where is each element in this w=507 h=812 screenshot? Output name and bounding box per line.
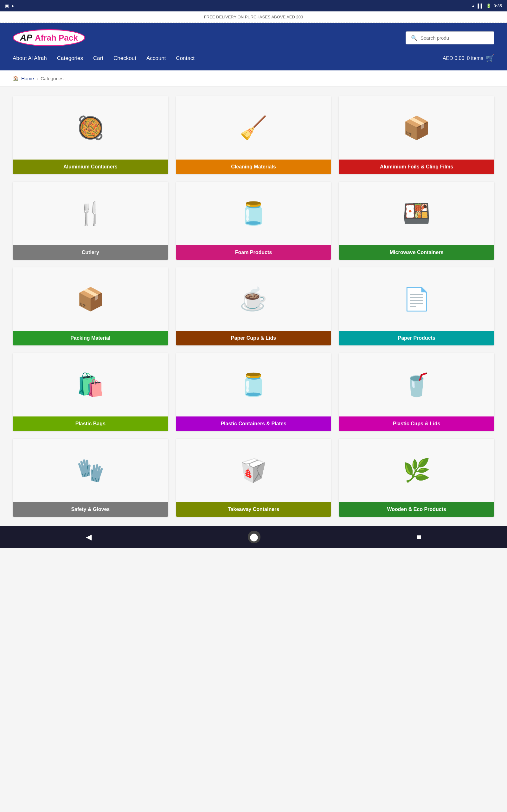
category-label-plastic-bags: Plastic Bags	[13, 416, 168, 431]
category-image-packing-material: 📦	[13, 267, 168, 331]
bottom-nav: ◀ ⬤ ■	[0, 526, 507, 548]
category-label-plastic-cups-lids: Plastic Cups & Lids	[339, 416, 494, 431]
home-button[interactable]: ⬤	[248, 531, 261, 543]
category-card-cutlery[interactable]: 🍴Cutlery	[13, 182, 168, 260]
category-label-plastic-containers: Plastic Containers & Plates	[176, 416, 331, 431]
category-image-cutlery: 🍴	[13, 182, 168, 245]
nav-about[interactable]: About Al Afrah	[13, 53, 47, 64]
category-card-aluminium-foils[interactable]: 📦Aluminium Foils & Cling Films	[339, 96, 494, 174]
status-bar-left: ▣ ●	[5, 3, 14, 8]
category-image-aluminium-containers: 🥘	[13, 96, 168, 159]
category-image-plastic-cups-lids: 🥤	[339, 353, 494, 416]
category-card-plastic-bags[interactable]: 🛍️Plastic Bags	[13, 353, 168, 431]
category-card-cleaning-materials[interactable]: 🧹Cleaning Materials	[176, 96, 331, 174]
category-label-microwave-containers: Microwave Containers	[339, 245, 494, 260]
search-bar[interactable]: 🔍	[406, 32, 494, 44]
signal-icon: ▌▌	[478, 3, 484, 8]
back-button[interactable]: ◀	[79, 531, 98, 543]
category-label-more1: Safety & Gloves	[13, 502, 168, 517]
category-image-aluminium-foils: 📦	[339, 96, 494, 159]
category-label-paper-cups-lids: Paper Cups & Lids	[176, 331, 331, 345]
category-image-foam-products: 🫙	[176, 182, 331, 245]
category-card-microwave-containers[interactable]: 🍱Microwave Containers	[339, 182, 494, 260]
nav-checkout[interactable]: Checkout	[113, 53, 136, 64]
logo[interactable]: AP Afrah Pack	[13, 29, 85, 46]
battery-icon: 🔋	[486, 3, 491, 8]
category-label-cleaning-materials: Cleaning Materials	[176, 159, 331, 174]
category-card-more3[interactable]: 🌿Wooden & Eco Products	[339, 439, 494, 517]
category-image-plastic-bags: 🛍️	[13, 353, 168, 416]
announcement-text: FREE DELIVERY ON PURCHASES ABOVE AED 200	[204, 14, 303, 19]
category-image-paper-products: 📄	[339, 267, 494, 331]
header: AP Afrah Pack 🔍	[0, 23, 507, 53]
notification-icon: ▣	[5, 3, 9, 8]
status-bar: ▣ ● ▲ ▌▌ 🔋 3:35	[0, 0, 507, 11]
cart-amount: AED 0.00	[443, 55, 464, 61]
category-label-foam-products: Foam Products	[176, 245, 331, 260]
main-content: 🥘Aluminium Containers🧹Cleaning Materials…	[0, 87, 507, 526]
category-label-more2: Takeaway Containers	[176, 502, 331, 517]
category-image-paper-cups-lids: ☕	[176, 267, 331, 331]
nav-categories[interactable]: Categories	[57, 53, 83, 64]
category-card-foam-products[interactable]: 🫙Foam Products	[176, 182, 331, 260]
time-display: 3:35	[494, 3, 502, 8]
category-image-more1: 🧤	[13, 439, 168, 502]
cart-items: 0 items	[467, 55, 483, 61]
wifi-icon: ▲	[471, 3, 475, 8]
category-label-aluminium-foils: Aluminium Foils & Cling Films	[339, 159, 494, 174]
home-icon: 🏠	[13, 75, 19, 81]
search-input[interactable]	[420, 35, 489, 41]
nav-links: About Al Afrah Categories Cart Checkout …	[13, 53, 194, 64]
category-image-plastic-containers: 🫙	[176, 353, 331, 416]
category-grid: 🥘Aluminium Containers🧹Cleaning Materials…	[13, 96, 494, 517]
search-icon: 🔍	[411, 35, 417, 41]
category-card-paper-products[interactable]: 📄Paper Products	[339, 267, 494, 345]
category-label-cutlery: Cutlery	[13, 245, 168, 260]
category-label-packing-material: Packing Material	[13, 331, 168, 345]
breadcrumb-home[interactable]: Home	[21, 76, 34, 81]
logo-icon: AP	[20, 33, 32, 43]
breadcrumb-separator: ›	[37, 76, 38, 81]
category-card-aluminium-containers[interactable]: 🥘Aluminium Containers	[13, 96, 168, 174]
nav: About Al Afrah Categories Cart Checkout …	[0, 53, 507, 70]
category-card-paper-cups-lids[interactable]: ☕Paper Cups & Lids	[176, 267, 331, 345]
category-image-microwave-containers: 🍱	[339, 182, 494, 245]
category-card-plastic-cups-lids[interactable]: 🥤Plastic Cups & Lids	[339, 353, 494, 431]
category-image-more3: 🌿	[339, 439, 494, 502]
nav-cart[interactable]: Cart	[93, 53, 103, 64]
category-label-more3: Wooden & Eco Products	[339, 502, 494, 517]
category-card-plastic-containers[interactable]: 🫙Plastic Containers & Plates	[176, 353, 331, 431]
status-bar-right: ▲ ▌▌ 🔋 3:35	[471, 3, 502, 8]
logo-name: Afrah Pack	[35, 33, 78, 43]
category-label-aluminium-containers: Aluminium Containers	[13, 159, 168, 174]
nav-account[interactable]: Account	[147, 53, 166, 64]
recents-button[interactable]: ■	[410, 531, 428, 543]
category-card-packing-material[interactable]: 📦Packing Material	[13, 267, 168, 345]
category-image-cleaning-materials: 🧹	[176, 96, 331, 159]
category-label-paper-products: Paper Products	[339, 331, 494, 345]
circle-icon: ●	[11, 3, 14, 8]
category-card-more1[interactable]: 🧤Safety & Gloves	[13, 439, 168, 517]
breadcrumb-current: Categories	[41, 76, 64, 81]
category-card-more2[interactable]: 🥡Takeaway Containers	[176, 439, 331, 517]
cart-icon: 🛒	[486, 54, 494, 62]
announcement-bar: FREE DELIVERY ON PURCHASES ABOVE AED 200	[0, 11, 507, 23]
cart-info[interactable]: AED 0.00 0 items 🛒	[443, 54, 494, 62]
nav-contact[interactable]: Contact	[176, 53, 194, 64]
breadcrumb: 🏠 Home › Categories	[0, 70, 507, 87]
category-image-more2: 🥡	[176, 439, 331, 502]
